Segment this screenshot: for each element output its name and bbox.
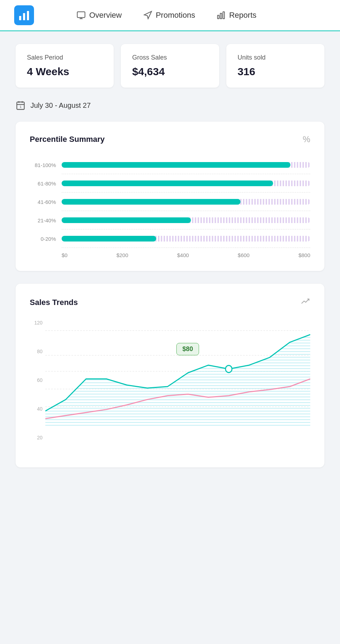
bar-track: [62, 236, 310, 242]
bar-track: [62, 217, 310, 223]
price-tooltip: $80: [176, 343, 199, 355]
bar-track: [62, 199, 310, 205]
bar-label: 61-80%: [30, 181, 62, 187]
bar-x-axes: $0$200$400$600$800: [30, 252, 310, 258]
y-label-40: 40: [37, 406, 42, 412]
bar-label: 21-40%: [30, 217, 62, 223]
trend-svg-container: $80: [45, 320, 310, 455]
bar-label: 81-100%: [30, 162, 62, 168]
svg-rect-7: [220, 13, 222, 19]
svg-point-21: [226, 365, 232, 372]
main-content: Sales Period 4 Weeks Gross Sales $4,634 …: [0, 31, 340, 480]
y-label-120: 120: [34, 320, 42, 326]
bar-fill: [62, 217, 191, 223]
bar-track: [62, 181, 310, 186]
sales-period-card: Sales Period 4 Weeks: [16, 44, 114, 88]
bar-row: 21-40%: [30, 211, 310, 229]
gross-sales-label: Gross Sales: [132, 54, 208, 61]
app-header: Overview Promotions Reports: [0, 0, 340, 31]
units-sold-value: 316: [238, 66, 313, 78]
units-sold-label: Units sold: [238, 54, 313, 61]
bar-fill: [62, 181, 273, 186]
bar-container: [62, 211, 310, 229]
bar-row: 0-20%: [30, 229, 310, 248]
nav-promotions[interactable]: Promotions: [143, 11, 195, 20]
bar-container: [62, 156, 310, 174]
bar-label: 0-20%: [30, 236, 62, 242]
units-sold-card: Units sold 316: [226, 44, 324, 88]
trends-chart-title: Sales Trends: [30, 298, 78, 307]
svg-rect-8: [223, 12, 224, 19]
svg-rect-0: [19, 16, 21, 20]
nav-overview[interactable]: Overview: [76, 11, 122, 20]
svg-rect-1: [23, 13, 25, 20]
bar-fill: [62, 199, 240, 205]
bar-axis-label: $800: [299, 252, 310, 258]
trend-y-labels: 120 80 60 40 20: [30, 320, 45, 440]
main-nav: Overview Promotions Reports: [76, 11, 256, 20]
trends-chart-header: Sales Trends: [30, 296, 310, 309]
sales-period-label: Sales Period: [27, 54, 102, 61]
gross-sales-value: $4,634: [132, 66, 208, 78]
bar-track: [62, 162, 310, 168]
percent-icon: %: [303, 134, 310, 144]
bar-row: 41-60%: [30, 193, 310, 211]
bar-axis-label: $0: [62, 252, 68, 258]
bar-row: 81-100%: [30, 156, 310, 174]
trend-chart-area: 120 80 60 40 20: [30, 320, 310, 455]
svg-rect-2: [27, 11, 29, 20]
y-label-80: 80: [37, 349, 42, 354]
percentile-summary-card: Percentile Summary % 81-100%61-80%41-60%…: [16, 122, 324, 271]
percentile-bar-chart: 81-100%61-80%41-60%21-40%0-20%: [30, 156, 310, 248]
percentile-chart-header: Percentile Summary %: [30, 134, 310, 144]
date-range-text: July 30 - August 27: [30, 101, 91, 110]
y-label-60: 60: [37, 377, 42, 383]
svg-rect-6: [217, 15, 219, 19]
calendar-icon: 1: [16, 100, 26, 110]
nav-reports-label: Reports: [229, 11, 256, 20]
bar-label: 41-60%: [30, 199, 62, 205]
bar-fill: [62, 162, 290, 168]
y-label-20: 20: [37, 435, 42, 440]
tooltip-value: $80: [182, 345, 193, 352]
svg-text:1: 1: [19, 105, 21, 109]
svg-rect-3: [77, 12, 85, 17]
nav-promotions-label: Promotions: [156, 11, 195, 20]
gross-sales-card: Gross Sales $4,634: [121, 44, 219, 88]
bar-axis-label: $600: [238, 252, 249, 258]
bar-container: [62, 193, 310, 211]
sales-period-value: 4 Weeks: [27, 66, 102, 78]
summary-cards: Sales Period 4 Weeks Gross Sales $4,634 …: [16, 44, 324, 88]
bar-row: 61-80%: [30, 174, 310, 193]
trend-icon: [300, 296, 310, 309]
app-logo: [14, 5, 34, 25]
bar-axis-label: $400: [177, 252, 189, 258]
bar-axis-label: $200: [117, 252, 128, 258]
nav-reports[interactable]: Reports: [216, 11, 256, 20]
bar-fill: [62, 236, 156, 242]
sales-trends-card: Sales Trends 120 80 60 40 20: [16, 284, 324, 467]
bar-container: [62, 229, 310, 248]
bar-container: [62, 174, 310, 193]
nav-overview-label: Overview: [89, 11, 122, 20]
date-range: 1 July 30 - August 27: [16, 100, 324, 110]
percentile-chart-title: Percentile Summary: [30, 135, 105, 144]
